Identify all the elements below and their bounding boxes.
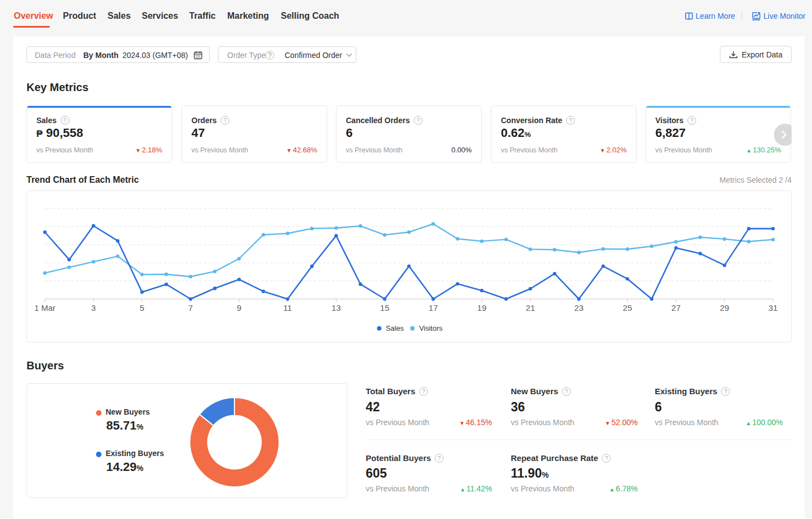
svg-text:9: 9 (237, 303, 241, 313)
svg-text:23: 23 (574, 303, 584, 313)
svg-text:5: 5 (140, 303, 144, 313)
svg-text:1 Mar: 1 Mar (34, 303, 55, 313)
svg-text:31: 31 (768, 303, 778, 313)
svg-text:29: 29 (720, 303, 729, 313)
svg-text:3: 3 (91, 303, 95, 313)
svg-text:25: 25 (623, 303, 632, 313)
svg-text:11: 11 (284, 303, 292, 313)
svg-text:17: 17 (429, 303, 438, 313)
svg-text:27: 27 (671, 303, 681, 313)
svg-text:13: 13 (332, 303, 341, 313)
svg-text:19: 19 (477, 303, 487, 313)
svg-text:Visitors: Visitors (419, 324, 443, 332)
svg-text:21: 21 (526, 303, 535, 313)
svg-text:Sales: Sales (386, 324, 404, 332)
svg-text:15: 15 (380, 303, 389, 313)
svg-text:7: 7 (188, 303, 193, 313)
